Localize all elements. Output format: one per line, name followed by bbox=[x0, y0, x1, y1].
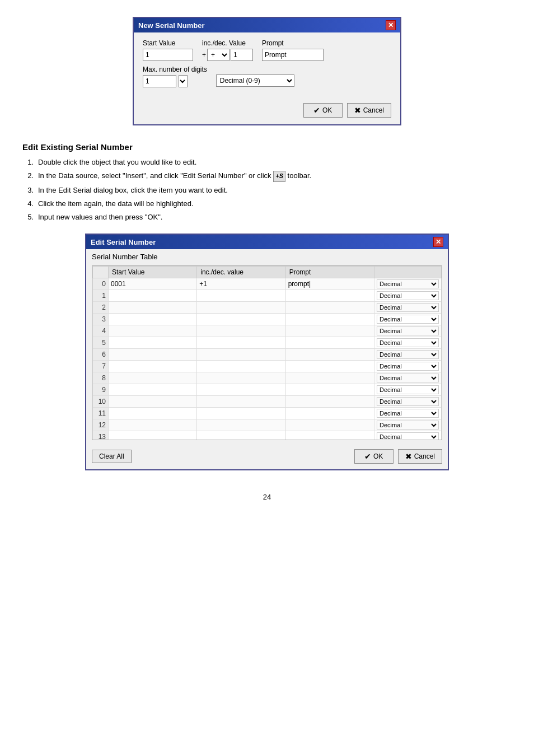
start-value-field[interactable] bbox=[111, 351, 194, 358]
decimal-type-cell[interactable]: DecimalHexOctalBinary bbox=[374, 314, 442, 325]
start-value-cell[interactable] bbox=[109, 431, 197, 440]
prompt-cell[interactable] bbox=[285, 384, 374, 396]
inc-dec-cell[interactable] bbox=[197, 302, 285, 314]
start-value-cell[interactable] bbox=[109, 361, 197, 372]
start-value-field[interactable] bbox=[111, 374, 194, 382]
start-value-cell[interactable] bbox=[109, 290, 197, 302]
start-value-field[interactable] bbox=[111, 386, 194, 394]
decimal-type-dropdown[interactable]: DecimalHexOctalBinary bbox=[377, 326, 439, 335]
inc-dec-cell[interactable] bbox=[197, 290, 285, 302]
start-value-field[interactable] bbox=[111, 315, 194, 323]
start-value-field[interactable] bbox=[111, 421, 194, 429]
prompt-cell[interactable] bbox=[285, 431, 374, 440]
prompt-field[interactable] bbox=[288, 339, 372, 347]
prompt-field[interactable] bbox=[288, 409, 372, 417]
inc-dec-cell[interactable] bbox=[197, 337, 285, 349]
decimal-type-cell[interactable]: DecimalHexOctalBinary bbox=[374, 302, 442, 314]
prompt-cell[interactable] bbox=[285, 302, 374, 314]
start-value-field[interactable] bbox=[111, 433, 194, 440]
prompt-field[interactable] bbox=[288, 351, 372, 358]
max-digits-spinner[interactable] bbox=[179, 75, 188, 87]
start-value-field[interactable] bbox=[111, 398, 194, 405]
start-value-field[interactable] bbox=[111, 409, 194, 417]
inc-dec-field[interactable] bbox=[199, 339, 283, 347]
decimal-type-cell[interactable]: DecimalHexOctalBinary bbox=[374, 419, 442, 431]
decimal-type-select[interactable]: Decimal (0-9) Hex Octal Binary bbox=[216, 74, 294, 87]
inc-dec-field[interactable] bbox=[199, 386, 283, 394]
inc-dec-field[interactable] bbox=[199, 421, 283, 429]
decimal-type-cell[interactable]: DecimalHexOctalBinary bbox=[374, 361, 442, 372]
start-value-field[interactable] bbox=[111, 362, 194, 370]
decimal-type-dropdown[interactable]: DecimalHexOctalBinary bbox=[377, 421, 439, 430]
prompt-cell[interactable] bbox=[285, 396, 374, 408]
start-value-field[interactable] bbox=[111, 327, 194, 335]
prompt-field[interactable] bbox=[288, 327, 372, 335]
decimal-type-dropdown[interactable]: DecimalHexOctalBinary bbox=[377, 409, 439, 418]
prompt-field[interactable] bbox=[288, 433, 372, 440]
start-value-cell[interactable] bbox=[109, 337, 197, 349]
decimal-type-dropdown[interactable]: DecimalHexOctalBinary bbox=[377, 350, 439, 359]
prompt-field[interactable] bbox=[288, 398, 372, 405]
start-value-field[interactable] bbox=[111, 339, 194, 347]
inc-dec-cell[interactable] bbox=[197, 349, 285, 361]
decimal-type-dropdown[interactable]: DecimalHexOctalBinary bbox=[377, 315, 439, 324]
decimal-type-cell[interactable]: DecimalHexOctalBinary bbox=[374, 431, 442, 440]
prompt-field[interactable] bbox=[288, 362, 372, 370]
start-value-cell[interactable] bbox=[109, 396, 197, 408]
inc-dec-field[interactable] bbox=[199, 409, 283, 417]
start-value-cell[interactable] bbox=[109, 314, 197, 325]
decimal-type-dropdown[interactable]: DecimalHexOctalBinary bbox=[377, 303, 439, 312]
decimal-type-dropdown[interactable]: DecimalHexOctalBinary bbox=[377, 279, 439, 288]
start-value-field[interactable] bbox=[111, 280, 194, 288]
inc-dec-field[interactable] bbox=[199, 292, 283, 300]
inc-dec-field[interactable] bbox=[199, 374, 283, 382]
max-digits-input[interactable] bbox=[143, 75, 176, 87]
decimal-type-cell[interactable]: DecimalHexOctalBinary bbox=[374, 337, 442, 349]
inc-dec-field[interactable] bbox=[199, 315, 283, 323]
prompt-input[interactable] bbox=[262, 49, 324, 61]
decimal-type-cell[interactable]: DecimalHexOctalBinary bbox=[374, 278, 442, 290]
decimal-type-dropdown[interactable]: DecimalHexOctalBinary bbox=[377, 338, 439, 347]
inc-dec-field[interactable] bbox=[199, 304, 283, 311]
inc-dec-cell[interactable] bbox=[197, 419, 285, 431]
prompt-cell[interactable] bbox=[285, 337, 374, 349]
prompt-field[interactable] bbox=[288, 386, 372, 394]
decimal-type-cell[interactable]: DecimalHexOctalBinary bbox=[374, 396, 442, 408]
inc-dec-cell[interactable] bbox=[197, 278, 285, 290]
prompt-cell[interactable] bbox=[285, 419, 374, 431]
start-value-cell[interactable] bbox=[109, 408, 197, 419]
inc-dec-cell[interactable] bbox=[197, 408, 285, 419]
start-value-field[interactable] bbox=[111, 304, 194, 311]
decimal-type-cell[interactable]: DecimalHexOctalBinary bbox=[374, 349, 442, 361]
start-value-cell[interactable] bbox=[109, 419, 197, 431]
decimal-type-cell[interactable]: DecimalHexOctalBinary bbox=[374, 290, 442, 302]
new-serial-ok-button[interactable]: ✔ OK bbox=[303, 103, 343, 118]
decimal-type-dropdown[interactable]: DecimalHexOctalBinary bbox=[377, 362, 439, 371]
start-value-cell[interactable] bbox=[109, 384, 197, 396]
inc-dec-field[interactable] bbox=[199, 398, 283, 405]
serial-table-scroll[interactable]: Start Value inc./dec. value Prompt 0Deci… bbox=[92, 266, 442, 440]
prompt-cell[interactable] bbox=[285, 372, 374, 384]
inc-dec-field[interactable] bbox=[199, 362, 283, 370]
prompt-field[interactable] bbox=[288, 304, 372, 311]
prompt-field[interactable] bbox=[288, 421, 372, 429]
inc-dec-field[interactable] bbox=[199, 327, 283, 335]
decimal-type-dropdown[interactable]: DecimalHexOctalBinary bbox=[377, 397, 439, 406]
inc-dec-cell[interactable] bbox=[197, 384, 285, 396]
prompt-field[interactable] bbox=[288, 292, 372, 300]
edit-serial-close-button[interactable]: ✕ bbox=[433, 237, 443, 247]
edit-serial-cancel-button[interactable]: ✖ Cancel bbox=[398, 449, 442, 464]
prompt-field[interactable] bbox=[288, 374, 372, 382]
inc-sign-select[interactable]: + - bbox=[207, 49, 229, 61]
start-value-cell[interactable] bbox=[109, 325, 197, 337]
prompt-cell[interactable] bbox=[285, 278, 374, 290]
decimal-type-dropdown[interactable]: DecimalHexOctalBinary bbox=[377, 291, 439, 300]
prompt-cell[interactable] bbox=[285, 325, 374, 337]
prompt-cell[interactable] bbox=[285, 314, 374, 325]
new-serial-cancel-button[interactable]: ✖ Cancel bbox=[347, 103, 391, 118]
start-value-field[interactable] bbox=[111, 292, 194, 300]
start-value-input[interactable] bbox=[143, 49, 193, 61]
new-serial-close-button[interactable]: ✕ bbox=[386, 20, 396, 30]
decimal-type-dropdown[interactable]: DecimalHexOctalBinary bbox=[377, 385, 439, 394]
inc-dec-cell[interactable] bbox=[197, 396, 285, 408]
